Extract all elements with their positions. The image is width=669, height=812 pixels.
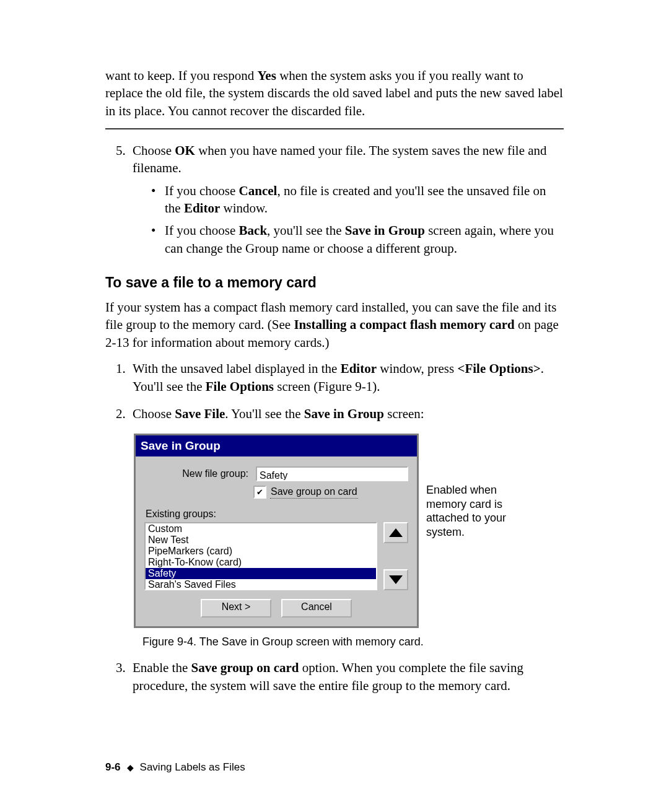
save-in-group-dialog: Save in Group New file group: Safety ✔ S… xyxy=(134,434,419,628)
substep-cancel: If you choose Cancel, no file is created… xyxy=(151,182,564,217)
substeps: If you choose Cancel, no file is created… xyxy=(133,182,564,257)
ok-bold: OK xyxy=(175,143,195,158)
section-intro: If your system has a compact flash memor… xyxy=(105,299,564,351)
dialog-titlebar: Save in Group xyxy=(136,435,417,456)
triangle-down-icon xyxy=(389,575,403,584)
save-on-card-row: ✔ Save group on card xyxy=(253,485,408,499)
steps-memory-card: With the unsaved label displayed in the … xyxy=(105,360,564,422)
diamond-icon: ◆ xyxy=(127,762,134,774)
scroll-up-button[interactable] xyxy=(383,522,408,543)
step-3: Enable the Save group on card option. Wh… xyxy=(129,659,564,694)
list-item[interactable]: New Test xyxy=(146,535,376,546)
page-footer: 9-6 ◆ Saving Labels as Files xyxy=(105,761,564,775)
list-item[interactable]: Custom xyxy=(146,523,376,535)
existing-groups-listbox[interactable]: Custom New Test PipeMarkers (card) Right… xyxy=(144,522,377,590)
new-file-group-row: New file group: Safety xyxy=(144,466,408,481)
new-file-group-label: New file group: xyxy=(144,467,251,481)
yes-bold: Yes xyxy=(258,68,276,83)
scroll-down-button[interactable] xyxy=(383,569,408,590)
text: when you have named your file. The syste… xyxy=(133,143,547,175)
substep-back: If you choose Back, you'll see the Save … xyxy=(151,222,564,257)
steps-continued: Enable the Save group on card option. Wh… xyxy=(105,659,564,694)
next-button[interactable]: Next > xyxy=(201,599,271,618)
continuation-paragraph: want to keep. If you respond Yes when th… xyxy=(105,67,564,120)
check-icon: ✔ xyxy=(256,488,263,496)
figure-save-in-group: Save in Group New file group: Safety ✔ S… xyxy=(134,434,564,628)
list-item[interactable]: Sarah's Saved Files xyxy=(146,579,376,590)
list-item[interactable]: Right-To-Know (card) xyxy=(146,557,376,568)
page-number: 9-6 xyxy=(105,761,121,775)
divider xyxy=(105,128,564,129)
callout-text: Enabled when memory card is attached to … xyxy=(426,483,525,539)
section-heading: To save a file to a memory card xyxy=(105,273,564,292)
footer-section-title: Saving Labels as Files xyxy=(140,761,245,775)
new-file-group-input[interactable]: Safety xyxy=(256,466,408,481)
cancel-button[interactable]: Cancel xyxy=(281,599,352,618)
steps-5: Choose OK when you have named your file.… xyxy=(105,142,564,257)
save-on-card-label: Save group on card xyxy=(270,485,358,499)
step-1: With the unsaved label displayed in the … xyxy=(129,360,564,395)
save-on-card-checkbox[interactable]: ✔ xyxy=(253,486,266,499)
text: Choose xyxy=(133,143,175,158)
figure-caption: Figure 9-4. The Save in Group screen wit… xyxy=(142,634,564,649)
step-5: Choose OK when you have named your file.… xyxy=(129,142,564,257)
step-2: Choose Save File. You'll see the Save in… xyxy=(129,405,564,422)
triangle-up-icon xyxy=(389,528,403,537)
existing-groups-label: Existing groups: xyxy=(146,507,408,521)
list-item[interactable]: PipeMarkers (card) xyxy=(146,546,376,557)
list-item-selected[interactable]: Safety xyxy=(146,568,376,579)
text: want to keep. If you respond xyxy=(105,68,258,83)
